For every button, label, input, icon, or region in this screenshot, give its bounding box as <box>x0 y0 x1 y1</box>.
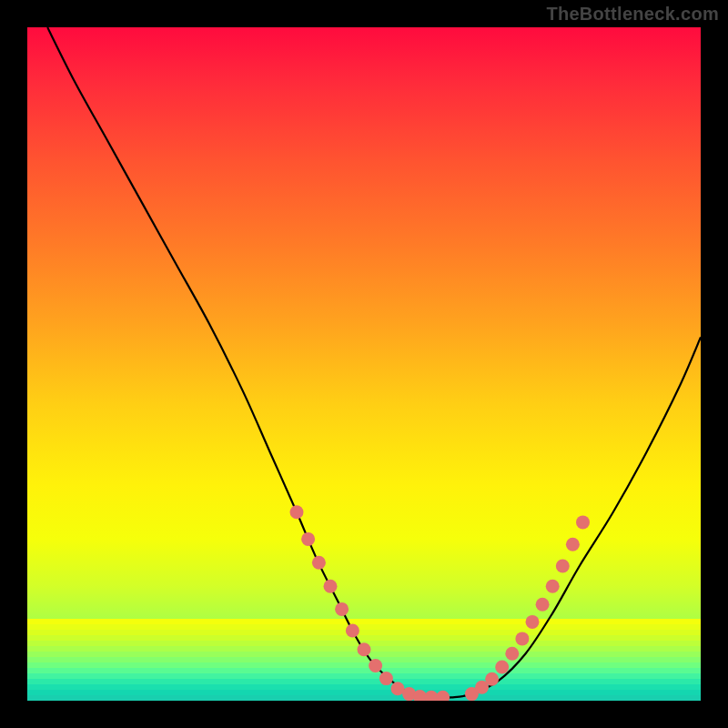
highlight-dot <box>379 672 393 685</box>
highlight-dots-left <box>290 505 450 701</box>
chart-frame: TheBottleneck.com <box>0 0 728 728</box>
highlight-dot <box>485 672 499 686</box>
highlight-dot <box>526 615 540 629</box>
highlight-dot <box>425 691 439 701</box>
highlight-dot <box>556 560 570 573</box>
highlight-dot <box>495 661 509 674</box>
highlight-dot <box>301 532 315 546</box>
highlight-dot <box>369 659 382 672</box>
highlight-dot <box>346 624 359 638</box>
highlight-dot <box>312 556 326 570</box>
highlight-dot <box>515 632 529 645</box>
highlight-dot <box>505 647 519 661</box>
highlight-dot <box>566 538 580 551</box>
highlight-dot <box>290 505 304 519</box>
highlight-dot <box>358 642 371 656</box>
highlight-dot <box>335 602 349 616</box>
plot-area <box>27 27 701 701</box>
bottleneck-curve <box>47 27 701 698</box>
highlight-dot <box>436 691 450 701</box>
highlight-dot <box>546 580 560 593</box>
highlight-dot <box>576 515 590 529</box>
highlight-dot <box>324 580 338 593</box>
highlight-dots-right <box>465 515 590 701</box>
watermark-text: TheBottleneck.com <box>546 4 719 25</box>
highlight-dot <box>536 598 550 612</box>
curve-layer <box>27 27 701 701</box>
